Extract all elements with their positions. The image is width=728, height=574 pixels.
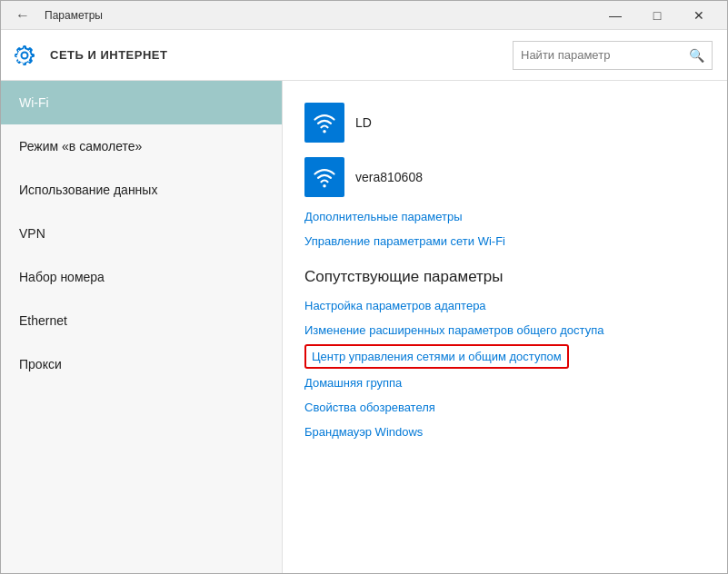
main-layout: Wi-FiРежим «в самолете»Использование дан… — [1, 81, 727, 574]
network-item-ld[interactable]: LD — [304, 95, 705, 150]
sidebar-item-data-usage[interactable]: Использование данных — [1, 168, 282, 212]
wifi-icon-vera — [304, 157, 344, 197]
sidebar-item-dial-up[interactable]: Набор номера — [1, 255, 282, 299]
content-area: LD vera810608 Дополнительные параметрыУп… — [283, 81, 727, 574]
search-icon: 🔍 — [682, 48, 712, 63]
app-header: СЕТЬ И ИНТЕРНЕТ 🔍 — [1, 30, 727, 81]
page-title: СЕТЬ И ИНТЕРНЕТ — [50, 48, 167, 62]
back-button[interactable]: ← — [8, 4, 37, 27]
svg-point-1 — [323, 184, 326, 188]
gear-icon — [12, 43, 37, 68]
title-bar-left: ← Параметры — [8, 4, 103, 27]
minimize-button[interactable]: — — [594, 1, 636, 30]
link-firewall[interactable]: Брандмауэр Windows — [304, 420, 705, 444]
link-manage[interactable]: Управление параметрами сети Wi-Fi — [304, 229, 705, 253]
section-header: Сопутствующие параметры — [304, 268, 705, 286]
network-name-vera: vera810608 — [355, 170, 423, 184]
link-browser-props[interactable]: Свойства обозревателя — [304, 395, 705, 420]
maximize-button[interactable]: □ — [636, 1, 678, 30]
link-advanced[interactable]: Дополнительные параметры — [304, 204, 705, 229]
svg-point-0 — [323, 130, 326, 134]
header-left: СЕТЬ И ИНТЕРНЕТ — [12, 43, 167, 68]
section-links-container: Настройка параметров адаптераИзменение р… — [304, 293, 705, 444]
sidebar-item-wifi[interactable]: Wi-Fi — [1, 81, 282, 124]
sidebar-item-vpn[interactable]: VPN — [1, 212, 282, 255]
link-homegroup[interactable]: Домашняя группа — [304, 371, 705, 395]
networks-container: LD vera810608 — [304, 95, 705, 204]
search-box[interactable]: 🔍 — [513, 41, 713, 70]
window-controls: — □ ✕ — [594, 1, 720, 30]
sidebar-item-proxy[interactable]: Прокси — [1, 342, 282, 386]
window-title: Параметры — [45, 9, 103, 22]
network-name-ld: LD — [355, 115, 372, 130]
link-adapter[interactable]: Настройка параметров адаптера — [304, 293, 705, 318]
sidebar-item-airplane[interactable]: Режим «в самолете» — [1, 124, 282, 168]
network-item-vera[interactable]: vera810608 — [304, 150, 705, 204]
link-network-center[interactable]: Центр управления сетями и общим доступом — [304, 344, 569, 369]
title-bar: ← Параметры — □ ✕ — [1, 1, 727, 30]
sidebar: Wi-FiРежим «в самолете»Использование дан… — [1, 81, 283, 574]
close-button[interactable]: ✕ — [678, 1, 720, 30]
wifi-icon-ld — [304, 103, 344, 143]
sidebar-item-ethernet[interactable]: Ethernet — [1, 299, 282, 342]
links-container: Дополнительные параметрыУправление парам… — [304, 204, 705, 253]
link-sharing-ext[interactable]: Изменение расширенных параметров общего … — [304, 318, 705, 342]
search-input[interactable] — [514, 48, 682, 62]
